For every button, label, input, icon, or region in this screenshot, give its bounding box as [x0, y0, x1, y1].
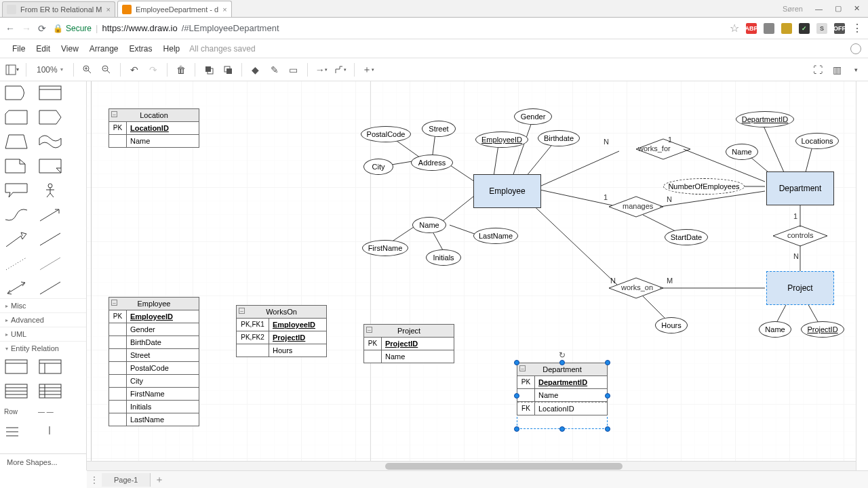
menu-arrange[interactable]: Arrange — [84, 41, 124, 56]
bookmark-star-icon[interactable]: ☆ — [730, 22, 739, 35]
ext-icon[interactable]: ✓ — [799, 23, 810, 34]
shape-arrow-ne[interactable] — [38, 207, 62, 222]
shape-actor[interactable] — [38, 183, 62, 198]
browser-tab-active[interactable]: EmployeeDepartment - d × — [117, 1, 232, 17]
window-close-icon[interactable]: ✕ — [854, 4, 860, 13]
ext-icon[interactable] — [764, 23, 774, 34]
attr-initials[interactable]: Initials — [426, 249, 461, 266]
er-shape-table[interactable] — [4, 359, 28, 374]
back-icon[interactable]: ← — [5, 23, 15, 34]
attr-lastname[interactable]: LastName — [473, 228, 518, 244]
sidebar-section-uml[interactable]: UML — [0, 327, 86, 341]
er-shape-list2[interactable] — [38, 384, 62, 399]
to-back-icon[interactable] — [220, 62, 236, 78]
shape-wave[interactable] — [38, 134, 62, 149]
more-shapes-button[interactable]: More Shapes... — [0, 453, 86, 470]
shape-arrow-tag[interactable] — [38, 110, 62, 125]
insert-icon[interactable]: ＋▾ — [360, 62, 376, 78]
resize-handle[interactable] — [514, 393, 519, 399]
zoom-dropdown[interactable]: 100% ▾ — [32, 63, 68, 77]
entity-department[interactable]: Department — [766, 171, 834, 205]
table-project[interactable]: –Project PKProjectID Name — [363, 324, 454, 363]
shape-folded[interactable] — [38, 159, 62, 174]
redo-icon[interactable]: ↷ — [145, 62, 161, 78]
shape-bi-arrow[interactable] — [4, 281, 28, 296]
resize-handle[interactable] — [514, 426, 519, 432]
attr-startdate[interactable]: StartDate — [665, 229, 708, 245]
add-page-icon[interactable]: ＋ — [151, 474, 168, 486]
forward-icon[interactable]: → — [22, 23, 31, 34]
fullscreen-icon[interactable]: ⛶ — [810, 62, 826, 78]
er-shape-bars[interactable] — [4, 425, 28, 440]
er-shape-tick[interactable] — [38, 425, 62, 440]
attr-name-dept[interactable]: Name — [726, 144, 758, 160]
connection-icon[interactable]: →▾ — [313, 62, 330, 78]
collapse-panel-icon[interactable]: ▾ — [848, 62, 864, 78]
attr-postalcode[interactable]: PostalCode — [361, 126, 411, 142]
attr-street[interactable]: Street — [422, 121, 456, 137]
menu-help[interactable]: Help — [158, 41, 186, 56]
shape-line-diag[interactable] — [38, 232, 62, 247]
attr-address[interactable]: Address — [411, 155, 453, 171]
ext-icon[interactable] — [781, 23, 792, 34]
menu-edit[interactable]: Edit — [31, 41, 56, 56]
resize-handle[interactable] — [559, 360, 565, 365]
right-panel-collapsed[interactable] — [856, 81, 868, 470]
entity-project-selected[interactable]: Project — [766, 271, 834, 305]
shape-thick-arrow[interactable] — [4, 232, 28, 247]
attr-city[interactable]: City — [363, 159, 393, 175]
line-color-icon[interactable]: ✎ — [267, 62, 283, 78]
menu-view[interactable]: View — [56, 41, 84, 56]
language-icon[interactable] — [850, 43, 861, 54]
window-maximize-icon[interactable]: ▢ — [835, 4, 842, 13]
ext-icon[interactable]: S — [816, 23, 827, 34]
menu-file[interactable]: File — [7, 41, 31, 56]
window-minimize-icon[interactable]: — — [815, 5, 823, 13]
shape-page[interactable] — [4, 159, 28, 174]
tab-close-icon[interactable]: × — [222, 5, 226, 14]
attr-projectid[interactable]: ProjectID — [801, 321, 844, 338]
zoom-out-icon[interactable] — [98, 62, 115, 78]
attr-gender[interactable]: Gender — [514, 108, 552, 125]
canvas[interactable]: works_for N 1 manages 1 N works_on N M — [87, 81, 856, 470]
ext-icon[interactable]: OFF — [834, 23, 845, 34]
sidebar-section-misc[interactable]: Misc — [0, 298, 86, 312]
resize-handle[interactable] — [559, 426, 565, 432]
shape-trapezoid[interactable] — [4, 134, 28, 149]
attr-locations[interactable]: Locations — [795, 133, 839, 149]
attr-departmentid[interactable]: DepartmentID — [736, 111, 794, 127]
zoom-in-icon[interactable] — [79, 62, 96, 78]
shape-dotted-line[interactable] — [4, 256, 28, 271]
resize-handle[interactable] — [514, 360, 519, 365]
shadow-icon[interactable]: ▭ — [285, 62, 302, 78]
table-department[interactable]: –Department PKDepartmentID Name FKLocati… — [517, 363, 608, 415]
sidebar-section-advanced[interactable]: Advanced — [0, 312, 86, 327]
attr-hours[interactable]: Hours — [655, 317, 688, 333]
page-menu-icon[interactable]: ⋮ — [87, 475, 102, 485]
sidebar-section-er[interactable]: Entity Relation — [0, 341, 86, 355]
menu-extras[interactable]: Extras — [124, 41, 158, 56]
table-workson[interactable]: –WorksOn PK,FK1EmployeeID PK,FK2ProjectI… — [236, 305, 327, 357]
format-panel-icon[interactable]: ▥ — [829, 62, 845, 78]
rotate-handle-icon[interactable]: ↻ — [559, 350, 566, 360]
attr-numberofemployees[interactable]: NumberOfEmployees — [663, 178, 745, 195]
shape-thin-line[interactable] — [38, 256, 62, 271]
resize-handle[interactable] — [605, 393, 610, 399]
to-front-icon[interactable] — [201, 62, 217, 78]
table-location[interactable]: –Location PKLocationID Name — [108, 108, 199, 148]
shape-callout[interactable] — [4, 183, 28, 198]
shape-line[interactable] — [38, 281, 62, 296]
page-tab[interactable]: Page-1 — [102, 473, 151, 487]
tab-close-icon[interactable]: × — [106, 5, 110, 14]
delete-icon[interactable]: 🗑 — [173, 62, 189, 78]
menu-dots-icon[interactable]: ⋮ — [852, 22, 863, 35]
attr-name-proj[interactable]: Name — [759, 321, 791, 338]
browser-tab-inactive[interactable]: From ER to Relational M × — [2, 1, 115, 17]
shape-panel[interactable] — [38, 85, 62, 100]
reload-icon[interactable]: ⟳ — [38, 23, 46, 34]
shape-s-curve[interactable] — [4, 207, 28, 222]
fill-color-icon[interactable]: ◆ — [248, 62, 264, 78]
waypoint-icon[interactable]: ▾ — [332, 62, 349, 78]
entity-employee[interactable]: Employee — [473, 174, 541, 208]
attr-firstname[interactable]: FirstName — [362, 240, 408, 256]
